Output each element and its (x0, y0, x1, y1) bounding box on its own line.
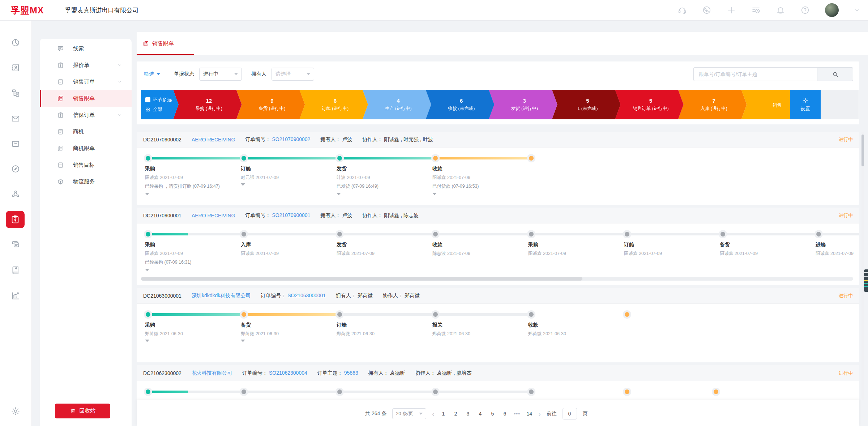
rail-item-mail[interactable] (11, 114, 20, 123)
vertical-scrollbar[interactable] (861, 132, 864, 400)
task-history-icon[interactable] (751, 5, 761, 15)
recycle-bin-button[interactable]: 回收站 (55, 404, 110, 418)
step-expand-arrow-icon[interactable] (145, 340, 149, 342)
stage-segment-4[interactable]: 4生产 (进行中) (363, 90, 431, 119)
page-size-select[interactable]: 20 条/页 (392, 408, 426, 419)
order-card-header: DC21063000001深圳kdkdkdk科技有限公司订单编号：SO21063… (137, 288, 859, 304)
owner-select[interactable]: 请选择 (271, 68, 314, 81)
step-expand-arrow-icon[interactable] (432, 193, 437, 195)
stage-segment-3[interactable]: 6订舱 (进行中) (299, 90, 368, 119)
rail-item-dashboard[interactable] (11, 38, 20, 47)
status-badge: 进行中 (839, 136, 853, 143)
rail-item-customers[interactable] (11, 63, 20, 72)
page-number[interactable]: 2 (452, 411, 459, 417)
rail-item-knowledge[interactable] (11, 265, 20, 275)
timeline-step: 发货叶波 2021-07-09已发货 (07-09 16:49) (337, 166, 428, 195)
floating-side-widget[interactable] (864, 269, 868, 292)
step-expand-arrow-icon[interactable] (145, 269, 149, 271)
rail-item-procurement[interactable] (11, 139, 20, 148)
sidebar-item-sales-order[interactable]: 销售订单 (40, 73, 132, 90)
timeline-connector (148, 391, 244, 393)
tab-bar: 销售跟单 (137, 32, 868, 55)
sidebar-item-quotation[interactable]: 报价单 (40, 57, 132, 73)
progress-timeline: 采购阳诚鑫 2021-07-09已经采购 ，请安排订舱 (07-09 16:47… (137, 148, 859, 205)
stage-settings-button[interactable]: 设置 (790, 90, 821, 119)
sidebar-item-leads[interactable]: 线索 (40, 40, 132, 57)
page-number[interactable]: 4 (477, 411, 483, 417)
create-new-icon[interactable] (727, 5, 736, 15)
customer-link[interactable]: AERO RECEIVING (192, 137, 235, 142)
rail-item-documents[interactable] (11, 240, 20, 250)
page-number[interactable]: 6 (501, 411, 508, 417)
page-number[interactable]: 3 (465, 411, 471, 417)
horizontal-scrollbar-thumb[interactable] (141, 277, 582, 281)
sidebar-item-sales-target[interactable]: 销售目标 (40, 157, 132, 173)
tab-sales-follow[interactable]: 销售跟单 (143, 32, 174, 55)
chevron-down-icon[interactable] (117, 79, 122, 84)
step-expand-arrow-icon[interactable] (241, 183, 245, 186)
customer-link[interactable]: 花火科技有限公司 (192, 370, 232, 376)
stage-segment-9[interactable]: 7入库 (进行中) (678, 90, 747, 119)
status-select-value: 进行中 (203, 71, 218, 77)
timeline-connector (339, 157, 435, 159)
notifications-bell-icon[interactable] (776, 5, 785, 15)
stage-segment-6[interactable]: 3发货 (进行中) (489, 90, 557, 119)
step-expand-arrow-icon[interactable] (337, 193, 341, 195)
help-icon[interactable] (800, 5, 810, 15)
order-no-link[interactable]: SO21070900002 (272, 136, 310, 143)
horizontal-scrollbar[interactable] (141, 277, 853, 281)
stage-segment-7[interactable]: 51 (未完成) (552, 90, 621, 119)
customer-link[interactable]: 深圳kdkdkdk科技有限公司 (192, 293, 251, 299)
trash-icon (70, 408, 76, 414)
status-select[interactable]: 进行中 (199, 68, 242, 81)
order-no-link[interactable]: SO21063000001 (287, 293, 326, 299)
rail-item-reports[interactable] (11, 291, 20, 301)
app-logo[interactable]: 孚盟MX (11, 4, 44, 16)
page-jump-input[interactable] (563, 408, 577, 419)
rail-item-org-structure[interactable] (11, 88, 20, 98)
phone-contact-icon[interactable] (702, 5, 711, 15)
sidebar-item-insured-order[interactable]: 信保订单 (40, 107, 132, 123)
next-page-button[interactable]: › (538, 410, 540, 417)
chevron-down-icon[interactable] (117, 63, 122, 68)
vertical-scrollbar-thumb[interactable] (861, 135, 864, 166)
timeline-step: 采购阳诚鑫 2021-07-09已经采购 (07-09 16:31) (145, 242, 236, 271)
sidebar-item-opportunity-follow[interactable]: 商机跟单 (40, 140, 132, 157)
page-number[interactable]: 5 (489, 411, 496, 417)
search-input[interactable] (693, 67, 817, 81)
page-number[interactable]: 14 (526, 411, 533, 417)
step-expand-arrow-icon[interactable] (241, 340, 245, 342)
filter-toggle[interactable]: 筛选 (144, 71, 160, 77)
headset-support-icon[interactable] (677, 5, 687, 15)
step-person-date: 郑芮微 2021-06-30 (528, 331, 619, 337)
rail-item-settings[interactable] (11, 406, 20, 416)
order-no-link[interactable]: SO21062300004 (269, 370, 307, 376)
prev-page-button[interactable]: ‹ (432, 410, 434, 417)
sidebar-item-sales-follow[interactable]: 销售跟单 (40, 90, 132, 107)
step-expand-arrow-icon[interactable] (145, 193, 149, 195)
step-note: 已付货款 (07-09 16:53) (432, 183, 523, 189)
topbar-actions (677, 3, 860, 17)
stage-segment-1[interactable]: 12采购 (进行中) (173, 90, 242, 119)
customer-link[interactable]: AERO RECEIVING (192, 213, 235, 218)
chevron-down-icon[interactable] (854, 7, 860, 13)
stage-settings-label: 设置 (801, 106, 810, 112)
rail-item-sales[interactable] (6, 211, 25, 228)
stage-multiselect-option[interactable]: 环节多选 (145, 97, 179, 103)
stage-segment-8[interactable]: 5销售订单 (进行中) (615, 90, 684, 119)
user-avatar[interactable] (825, 3, 839, 17)
stage-all-option[interactable]: 全部 (145, 106, 179, 113)
stage-segment-2[interactable]: 9备货 (进行中) (236, 90, 305, 119)
step-name: 订舱 (624, 242, 715, 248)
multiselect-checkbox[interactable] (145, 97, 150, 102)
search-button[interactable] (817, 67, 853, 81)
order-no-link[interactable]: SO21070900001 (272, 212, 310, 219)
sidebar-item-opportunity[interactable]: 商机 (40, 123, 132, 140)
page-number[interactable]: 1 (440, 411, 446, 417)
chevron-down-icon[interactable] (117, 112, 122, 118)
order-topic-link[interactable]: 95863 (344, 370, 358, 376)
sidebar-item-logistics[interactable]: 物流服务 (40, 173, 132, 190)
stage-segment-5[interactable]: 6收款 (未完成) (426, 90, 494, 119)
rail-item-collaboration[interactable] (11, 189, 20, 199)
rail-item-discovery[interactable] (11, 164, 20, 174)
